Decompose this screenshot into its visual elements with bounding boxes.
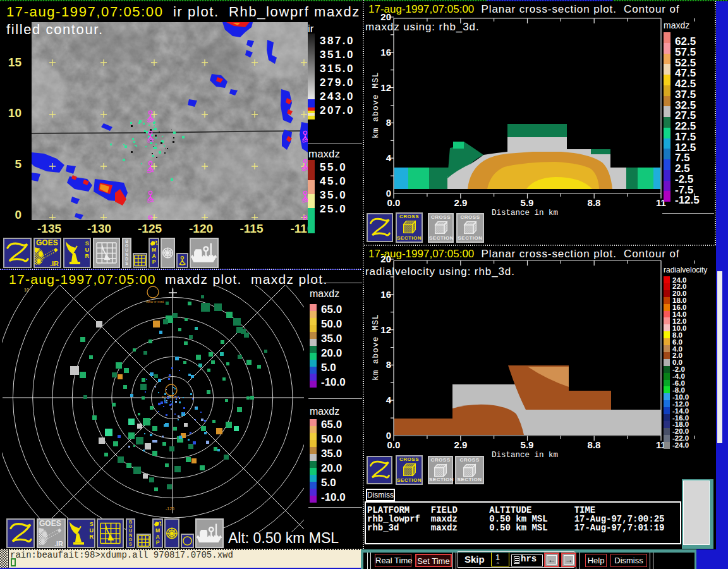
svg-text:-125: -125: [166, 506, 174, 511]
svg-text:10: 10: [24, 288, 29, 292]
svg-text:who-e-mst: who-e-mst: [145, 300, 164, 303]
svg-text:b<-125-0: b<-125-0: [162, 395, 178, 399]
